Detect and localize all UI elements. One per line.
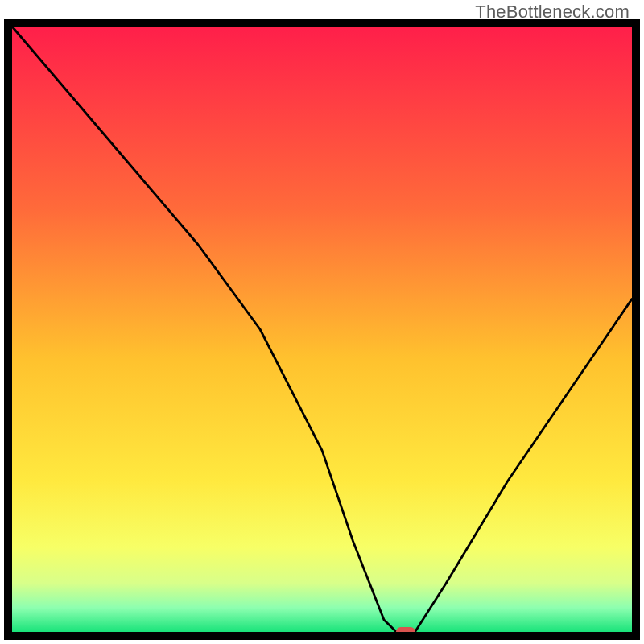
chart-frame: TheBottleneck.com xyxy=(0,0,644,644)
svg-rect-0 xyxy=(12,27,632,632)
chart-svg xyxy=(0,0,644,644)
watermark-label: TheBottleneck.com xyxy=(475,2,630,23)
